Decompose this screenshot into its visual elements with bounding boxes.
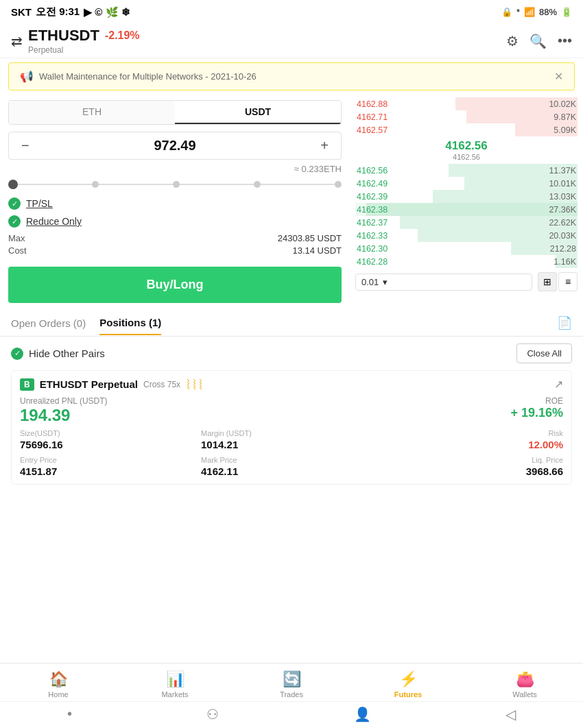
bid-row[interactable]: 4162.37 22.62K — [355, 216, 578, 229]
nav-home-icon: 🏠 — [49, 670, 68, 688]
bid-size: 212.28 — [550, 244, 576, 254]
position-stats: Size(USDT) 75696.16 Margin (USDT) 1014.2… — [20, 429, 563, 477]
nav-futures-label: Futures — [394, 690, 422, 699]
pnl-row: Unrealized PNL (USDT) 194.39 ROE + 19.16… — [20, 396, 563, 425]
reduce-only-label[interactable]: Reduce Only — [26, 216, 82, 227]
amount-value[interactable]: 972.49 — [35, 138, 316, 154]
max-label: Max — [8, 233, 25, 243]
dot-gesture[interactable]: • — [67, 706, 72, 723]
chart-icon[interactable]: 🔍 — [530, 33, 547, 49]
ask-price: 4162.71 — [357, 112, 388, 122]
mid-price: 4162.56 — [355, 139, 578, 153]
bid-row[interactable]: 4162.28 1.16K — [355, 255, 578, 268]
bid-price: 4162.28 — [357, 257, 388, 267]
tab-open-orders[interactable]: Open Orders (0) — [11, 317, 86, 335]
amount-input-row: − 972.49 + — [8, 132, 342, 160]
eth-equiv: ≈ 0.233ETH — [8, 164, 342, 174]
pair-subtitle: Perpetual — [28, 45, 140, 55]
pair-change: -2.19% — [105, 29, 140, 42]
cost-value: 13.14 USDT — [292, 245, 342, 256]
ask-row[interactable]: 4162.88 10.02K — [355, 97, 578, 110]
view-both-button[interactable]: ⊞ — [538, 272, 557, 291]
decrease-button[interactable]: − — [16, 135, 35, 156]
max-value: 24303.85 USDT — [278, 233, 342, 243]
margin-stat: Margin (USDT) 1014.21 — [201, 429, 382, 450]
tab-doc-icon[interactable]: 📄 — [557, 315, 572, 336]
increase-button[interactable]: + — [315, 135, 334, 156]
bid-row[interactable]: 4162.49 10.01K — [355, 177, 578, 190]
header: ⇄ ETHUSDT -2.19% Perpetual ⚙ 🔍 ••• — [0, 23, 583, 58]
time-label: 오전 9:31 — [36, 5, 80, 19]
slider-dot-4 — [335, 181, 342, 188]
risk-stat: Risk 12.00% — [382, 429, 563, 450]
nav-item-futures[interactable]: ⚡ Futures — [388, 670, 429, 699]
bid-size: 20.03K — [549, 231, 576, 241]
cost-label: Cost — [8, 245, 27, 256]
mid-price-sub: 4162.56 — [355, 153, 578, 161]
status-left: SKT 오전 9:31 ▶ © 🌿 ❄ — [11, 5, 130, 19]
bid-row[interactable]: 4162.39 13.03K — [355, 190, 578, 203]
pnl-value: 194.39 — [20, 406, 108, 425]
order-panel: ETH USDT − 972.49 + ≈ 0.233ETH — [0, 95, 350, 308]
ask-row[interactable]: 4162.71 9.87K — [355, 110, 578, 123]
size-stat: Size(USDT) 75696.16 — [20, 429, 201, 450]
nav-trades-icon: 🔄 — [283, 670, 301, 688]
tpsl-row[interactable]: ✓ TP/SL — [8, 197, 342, 210]
mark-price-stat: Mark Price 4162.11 — [201, 456, 382, 477]
tab-positions[interactable]: Positions (1) — [99, 317, 161, 335]
bid-price: 4162.49 — [357, 179, 388, 189]
view-list-button[interactable]: ≡ — [558, 272, 578, 291]
position-risk-bars: ⦚⦚⦚ — [186, 378, 204, 391]
close-announcement-button[interactable]: ✕ — [554, 70, 563, 83]
close-all-button[interactable]: Close All — [516, 343, 572, 363]
back-gesture[interactable]: ◁ — [505, 706, 516, 723]
position-card: B ETHUSDT Perpetual Cross 75x ⦚⦚⦚ ↗ Unre… — [11, 370, 572, 485]
reduce-only-row[interactable]: ✓ Reduce Only — [8, 215, 342, 228]
nav-markets-icon: 📊 — [166, 670, 185, 688]
grid-gesture[interactable]: ⚇ — [206, 706, 219, 723]
ask-size: 9.87K — [554, 112, 576, 122]
bid-row[interactable]: 4162.38 27.36K — [355, 203, 578, 216]
ask-price: 4162.57 — [357, 125, 388, 135]
more-icon[interactable]: ••• — [558, 33, 572, 49]
hide-pairs-label[interactable]: Hide Other Pairs — [29, 348, 105, 359]
bid-row[interactable]: 4162.56 11.37K — [355, 164, 578, 177]
carrier-label: SKT — [11, 6, 32, 18]
leverage-slider[interactable] — [8, 180, 342, 189]
positions-section: ✓ Hide Other Pairs Close All B ETHUSDT P… — [0, 337, 583, 492]
external-link-icon[interactable]: ↗ — [554, 378, 563, 391]
battery-label: 88% — [539, 7, 557, 17]
bid-size: 27.36K — [549, 205, 576, 215]
header-right: ⚙ 🔍 ••• — [506, 33, 572, 49]
tab-eth[interactable]: ETH — [9, 101, 175, 124]
person-gesture[interactable]: 👤 — [354, 706, 371, 723]
pnl-label: Unrealized PNL (USDT) — [20, 396, 108, 406]
bid-price: 4162.56 — [357, 166, 388, 175]
nav-item-wallets[interactable]: 👛 Wallets — [504, 670, 545, 699]
bid-row[interactable]: 4162.30 212.28 — [355, 242, 578, 255]
tab-usdt[interactable]: USDT — [175, 101, 341, 124]
nav-item-markets[interactable]: 📊 Markets — [154, 670, 195, 699]
hide-pairs-check-icon[interactable]: ✓ — [11, 348, 23, 360]
slider-dot-2 — [173, 181, 180, 188]
bottom-nav: 🏠 Home 📊 Markets 🔄 Trades ⚡ Futures 👛 Wa… — [0, 663, 583, 728]
dropdown-arrow-icon: ▾ — [383, 277, 388, 287]
mid-price-row: 4162.56 4162.56 — [355, 136, 578, 164]
buy-long-button[interactable]: Buy/Long — [8, 267, 342, 303]
nav-item-home[interactable]: 🏠 Home — [38, 670, 79, 699]
pair-title[interactable]: ETHUSDT — [28, 27, 99, 45]
swap-icon[interactable]: ⇄ — [11, 33, 23, 49]
bid-price: 4162.37 — [357, 218, 388, 228]
slider-handle[interactable] — [8, 180, 18, 189]
bid-size: 22.62K — [549, 218, 576, 228]
bid-row[interactable]: 4162.33 20.03K — [355, 229, 578, 242]
settings-icon[interactable]: ⚙ — [506, 33, 519, 49]
ask-size: 10.02K — [549, 99, 576, 109]
roe-label: ROE — [510, 396, 563, 406]
ask-row[interactable]: 4162.57 5.09K — [355, 123, 578, 136]
tpsl-label[interactable]: TP/SL — [26, 198, 53, 209]
max-row: Max 24303.85 USDT — [8, 233, 342, 243]
nav-item-trades[interactable]: 🔄 Trades — [271, 670, 312, 699]
size-filter-dropdown[interactable]: 0.01 ▾ — [355, 274, 532, 291]
status-icons: ▶ © 🌿 ❄ — [84, 6, 130, 19]
